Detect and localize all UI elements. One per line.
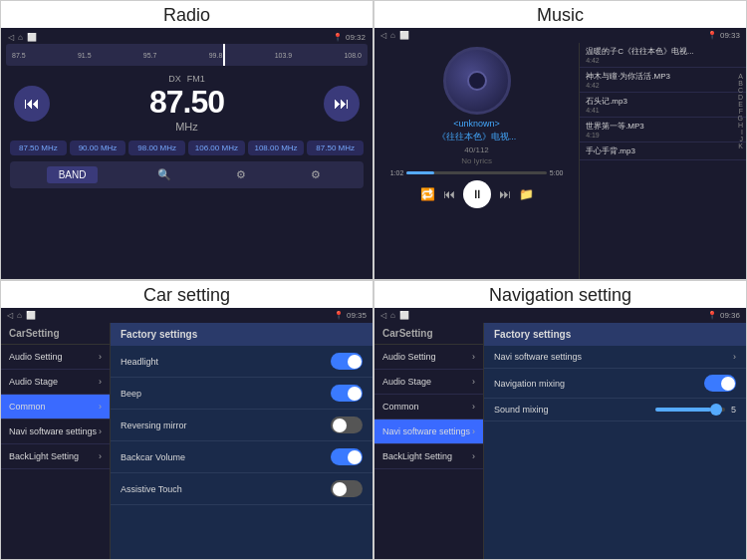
- playlist-item[interactable]: 温暖的子C《往往本色》电视... 4:42: [580, 43, 746, 68]
- car-content: Factory settings Headlight Beep: [111, 323, 373, 559]
- nav-software-settings-row[interactable]: Navi software settings ›: [484, 346, 746, 369]
- chevron-right-icon: ›: [99, 377, 102, 387]
- setting-assistive-touch: Assistive Touch: [111, 473, 373, 505]
- nav-location-icon: 📍: [707, 311, 717, 320]
- car-status-icons: ◁ ⌂ ⬜: [7, 311, 36, 320]
- navigation-mixing-toggle[interactable]: [704, 375, 736, 392]
- sidebar-item-audio-setting[interactable]: Audio Setting ›: [1, 345, 110, 370]
- chevron-right-icon: ›: [472, 426, 475, 436]
- nav-sidebar-item-navi-software[interactable]: Navi software settings ›: [374, 420, 483, 444]
- nav-body: CarSetting Audio Setting › Audio Stage ›…: [374, 323, 746, 559]
- radio-mhz-label: MHz: [175, 121, 198, 133]
- album-art: [443, 47, 511, 115]
- music-folder-button[interactable]: 📁: [519, 187, 534, 201]
- car-window-icon[interactable]: ⬜: [26, 311, 36, 320]
- toggle-knob: [348, 387, 362, 401]
- playlist-item[interactable]: 世界第一等.MP3 4:19: [580, 118, 746, 142]
- radio-settings-button[interactable]: ⚙: [305, 166, 327, 183]
- radio-presets: 87.50 MHz 90.00 MHz 98.00 MHz 106.00 MHz…: [6, 137, 368, 159]
- nav-home-icon[interactable]: ⌂: [390, 311, 395, 320]
- music-prev-button[interactable]: ⏮: [443, 187, 455, 201]
- preset-2[interactable]: 90.00 MHz: [70, 140, 126, 155]
- navigation-mixing-row: Navigation mixing: [484, 369, 746, 399]
- beep-toggle[interactable]: [331, 385, 363, 402]
- music-progress-fill: [406, 171, 434, 174]
- sidebar-item-navi-software[interactable]: Navi software settings ›: [1, 420, 110, 444]
- music-controls: 🔁 ⏮ ⏸ ⏭ 📁: [420, 180, 534, 208]
- reversing-mirror-toggle[interactable]: [331, 417, 363, 433]
- playlist-item[interactable]: 石头记.mp3 4:41: [580, 93, 746, 118]
- radio-dx-label: DX: [168, 74, 181, 84]
- music-back-icon[interactable]: ◁: [380, 31, 386, 40]
- backcar-volume-label: Backcar Volume: [121, 452, 185, 462]
- nav-setting-title: Navigation setting: [374, 281, 746, 308]
- nav-back-icon[interactable]: ◁: [380, 311, 386, 320]
- nav-sidebar: CarSetting Audio Setting › Audio Stage ›…: [374, 323, 484, 559]
- music-home-icon[interactable]: ⌂: [390, 31, 395, 40]
- setting-beep: Beep: [111, 378, 373, 410]
- car-back-icon[interactable]: ◁: [7, 311, 13, 320]
- freq-scale: 87.5 91.5 95.7 99.8 103.9 108.0: [12, 52, 362, 59]
- radio-freq-display: DX FM1 87.50 MHz: [149, 74, 224, 133]
- playlist-item[interactable]: 神木与瞳·为你活活.MP3 4:42: [580, 68, 746, 93]
- radio-search-button[interactable]: 🔍: [151, 166, 177, 183]
- music-lyrics-label: No lyrics: [461, 156, 492, 165]
- nav-sidebar-item-backlight[interactable]: BackLight Setting ›: [374, 444, 483, 469]
- music-progress: 1:02 5:00: [390, 169, 564, 176]
- preset-4[interactable]: 106.00 MHz: [188, 140, 245, 155]
- toggle-knob: [348, 450, 362, 464]
- toggle-knob: [348, 355, 362, 369]
- car-sidebar: CarSetting Audio Setting › Audio Stage ›…: [1, 323, 111, 559]
- chevron-right-icon: ›: [733, 352, 736, 362]
- music-play-button[interactable]: ⏸: [463, 180, 491, 208]
- album-inner: [467, 71, 487, 91]
- radio-prev-button[interactable]: ⏮: [14, 86, 50, 122]
- music-top-bar: ◁ ⌂ ⬜ 📍 09:33: [374, 28, 746, 43]
- assistive-touch-label: Assistive Touch: [121, 484, 182, 494]
- nav-window-icon[interactable]: ⬜: [399, 311, 409, 320]
- music-progress-bar[interactable]: [406, 171, 547, 174]
- sidebar-item-audio-stage[interactable]: Audio Stage ›: [1, 370, 110, 395]
- backcar-volume-toggle[interactable]: [331, 448, 363, 465]
- music-left: <unknown> 《往往本色》电视... 40/112 No lyrics 1…: [374, 43, 579, 279]
- music-next-button[interactable]: ⏭: [499, 187, 511, 201]
- nav-sidebar-item-audio-setting[interactable]: Audio Setting ›: [374, 345, 483, 370]
- music-time-total: 5:00: [550, 169, 564, 176]
- sidebar-item-backlight[interactable]: BackLight Setting ›: [1, 444, 110, 469]
- playlist-item[interactable]: 手心手背.mp3: [580, 142, 746, 160]
- back-icon[interactable]: ◁: [8, 33, 14, 42]
- radio-next-button[interactable]: ⏭: [324, 86, 360, 122]
- home-icon[interactable]: ⌂: [18, 33, 23, 42]
- window-icon[interactable]: ⬜: [27, 33, 37, 42]
- sidebar-item-common[interactable]: Common ›: [1, 395, 110, 420]
- chevron-right-icon: ›: [472, 352, 475, 362]
- music-repeat-button[interactable]: 🔁: [420, 187, 435, 201]
- radio-eq-button[interactable]: ⚙: [230, 166, 252, 183]
- headlight-toggle[interactable]: [331, 353, 363, 370]
- nav-setting-panel: Navigation setting ◁ ⌂ ⬜ 📍 09:36 CarSett…: [374, 280, 747, 560]
- music-title: Music: [374, 1, 746, 28]
- preset-3[interactable]: 98.00 MHz: [128, 140, 185, 155]
- nav-sidebar-item-audio-stage[interactable]: Audio Stage ›: [374, 370, 483, 395]
- sound-slider[interactable]: [655, 408, 725, 412]
- reversing-mirror-label: Reversing mirror: [121, 420, 187, 430]
- nav-sidebar-item-common[interactable]: Common ›: [374, 395, 483, 420]
- navigation-mixing-label: Navigation mixing: [494, 379, 565, 389]
- chevron-right-icon: ›: [472, 451, 475, 461]
- preset-6[interactable]: 87.50 MHz: [307, 140, 364, 155]
- setting-backcar-volume: Backcar Volume: [111, 441, 373, 473]
- preset-1[interactable]: 87.50 MHz: [10, 140, 67, 155]
- car-sidebar-title: CarSetting: [1, 323, 110, 345]
- nav-status-icons: ◁ ⌂ ⬜: [380, 311, 409, 320]
- radio-main-freq: 87.50: [149, 84, 224, 121]
- radio-panel: Radio ◁ ⌂ ⬜ 📍 09:32 87.5 91.5 95.7 99.: [0, 0, 374, 280]
- sound-value: 5: [731, 405, 736, 415]
- car-home-icon[interactable]: ⌂: [17, 311, 22, 320]
- assistive-touch-toggle[interactable]: [331, 480, 363, 497]
- radio-band-button[interactable]: BAND: [47, 166, 99, 183]
- chevron-right-icon: ›: [99, 451, 102, 461]
- car-time: 09:35: [347, 311, 367, 320]
- freq-indicator: [223, 44, 225, 66]
- preset-5[interactable]: 108.00 MHz: [248, 140, 305, 155]
- music-window-icon[interactable]: ⬜: [399, 31, 409, 40]
